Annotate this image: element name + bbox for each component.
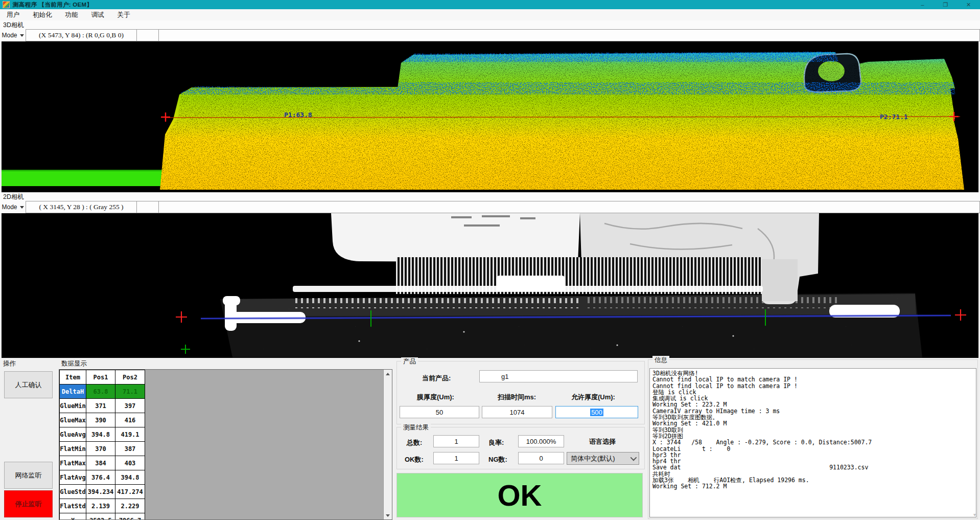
table-cell-pos2[interactable]: 419.1 [115,427,145,442]
table-row: GlueStd 394.234 417.274 [60,485,145,499]
table-row: FlatStd 2.139 2.229 [60,499,145,513]
menu-item[interactable]: 初始化 [26,10,59,20]
table-cell-pos2[interactable]: 7966.7 [115,513,145,520]
log-line: 等到3D取到 [652,427,976,433]
table-cell-pos1[interactable]: 394.234 [86,485,115,499]
table-cell-pos2[interactable]: 394.8 [115,470,145,485]
allow-thickness-value: 500 [590,409,603,416]
menu-item[interactable]: 关于 [111,10,137,20]
table-cell-pos1[interactable]: 390 [86,413,115,427]
table-cell-pos1[interactable]: 371 [86,399,115,413]
table-header-row: Item Pos1 Pos2 [60,370,145,385]
table-cell-item[interactable]: DeltaH [60,385,86,399]
menu-item[interactable]: 调试 [85,10,111,20]
column-header-pos1[interactable]: Pos1 [86,370,115,385]
measurement-table: Item Pos1 Pos2 DeltaH 63.8 71.1 GlueMin … [59,370,145,520]
table-cell-item[interactable]: FlatMin [60,442,86,456]
ok-count-label: OK数: [405,455,424,464]
dust-dot [463,331,464,332]
menu-item[interactable]: 功能 [59,10,85,20]
white-tab [496,276,565,291]
table-cell-pos1[interactable]: 63.8 [86,385,115,399]
ng-count-label: NG数: [488,455,507,464]
dust-dot [732,335,734,336]
table-cell-item[interactable]: GlueAvg [60,427,86,442]
ok-count-input[interactable]: 1 [433,452,479,464]
menu-item[interactable]: 用户 [0,10,26,20]
table-cell-pos2[interactable]: 403 [115,456,145,470]
table-cell-pos1[interactable]: 384 [86,456,115,470]
log-line: X : 3744 /58 Angle : -0.279, Score : 0.0… [652,439,976,445]
table-cell-item[interactable]: FlatStd [60,499,86,513]
table-cell-item[interactable]: FlatAvg [60,470,86,485]
table-cell-pos2[interactable]: 417.274 [115,485,145,499]
allow-thickness-input[interactable]: 500 [555,406,638,418]
scan-time-input[interactable]: 1074 [482,406,552,418]
results-groupbox: 测量结果 总数: 1 良率: 100.000% 语言选择 OK数: 1 NG数:… [396,427,645,469]
slab-dust [221,293,916,358]
camera3d-view[interactable]: P1:63.8 P2:71.1 [2,41,978,192]
stop-listen-button[interactable]: 停止监听 [4,490,53,517]
table-cell-item[interactable]: GlueStd [60,485,86,499]
log-line: Cannot find local IP to match camera IP … [652,376,976,382]
dust-dot [358,340,360,342]
table-scrollbar[interactable] [383,370,392,519]
table-cell-pos1[interactable]: 2583.5 [86,513,115,520]
p1-annotation: P1:63.8 [284,111,312,119]
window-controls: – ❐ ✕ [911,0,980,9]
scan-time-label: 扫描时间ms: [498,393,536,402]
table-row: FlatMin 370 387 [60,442,145,456]
scroll-down-icon[interactable] [384,511,392,519]
log-line: LocateLi t : 0 [652,446,976,452]
data-display-label: 数据显示 [61,359,87,368]
table-cell-pos2[interactable]: 387 [115,442,145,456]
table-cell-pos1[interactable]: 2.139 [86,499,115,513]
table-cell-pos2[interactable]: 71.1 [115,385,145,399]
film-thickness-label: 膜厚度(Um): [417,393,454,402]
table-row: FlatMax 384 403 [60,456,145,470]
table-cell-pos1[interactable]: 376.4 [86,470,115,485]
current-product-label: 当前产品: [422,374,451,383]
total-input[interactable]: 1 [433,435,479,447]
camera2d-mode-dropdown[interactable]: Mode [0,201,26,213]
table-cell-item[interactable]: X [60,513,86,520]
table-cell-pos2[interactable]: 2.229 [115,499,145,513]
mode-label: Mode [2,32,17,39]
camera3d-label: 3D相机 [3,21,24,30]
language-dropdown[interactable]: 简体中文(默认) [567,452,639,465]
network-listen-button[interactable]: 网络监听 [4,462,53,489]
camera3d-mode-dropdown[interactable]: Mode [0,29,26,41]
statusbar-segment [159,29,980,41]
table-cell-pos2[interactable]: 397 [115,399,145,413]
yield-input[interactable]: 100.000% [518,435,564,447]
table-cell-pos1[interactable]: 394.8 [86,427,115,442]
maximize-icon[interactable]: ❐ [934,0,957,9]
ng-count-input[interactable]: 0 [518,452,564,464]
table-cell-item[interactable]: GlueMin [60,399,86,413]
camera3d-toolbar: Mode (X 5473, Y 84) : (R 0,G 0,B 0) [0,29,980,41]
current-product-input[interactable]: g1 [479,370,638,382]
allow-thickness-label: 允许厚度(Um): [571,393,615,402]
product-groupbox: 产品 当前产品: g1 膜厚度(Um): 扫描时间ms: 允许厚度(Um): 5… [396,361,645,424]
table-cell-item[interactable]: GlueMax [60,413,86,427]
table-row: GlueMax 390 416 [60,413,145,427]
minimize-icon[interactable]: – [911,0,934,9]
table-cell-pos1[interactable]: 370 [86,442,115,456]
table-cell-pos2[interactable]: 416 [115,413,145,427]
table-row: FlatAvg 376.4 394.8 [60,470,145,485]
film-thickness-input[interactable]: 50 [400,406,479,418]
log-scroll-icon[interactable]: ▾ [973,512,976,517]
flex-cable-left [331,213,580,262]
column-header-pos2[interactable]: Pos2 [115,370,145,385]
scroll-up-icon[interactable] [384,370,392,378]
info-groupbox: 信息 3D相机没有网络!Cannot find local IP to matc… [648,359,978,519]
table-row: GlueAvg 394.8 419.1 [60,427,145,442]
manual-confirm-button[interactable]: 人工确认 [4,371,53,398]
table-cell-item[interactable]: FlatMax [60,456,86,470]
product-label: 产品 [401,357,418,366]
column-header-item[interactable]: Item [60,370,86,385]
camera2d-view[interactable] [2,213,978,358]
app-icon [3,1,10,8]
log-output[interactable]: 3D相机没有网络!Cannot find local IP to match c… [649,368,976,517]
close-icon[interactable]: ✕ [957,0,980,9]
